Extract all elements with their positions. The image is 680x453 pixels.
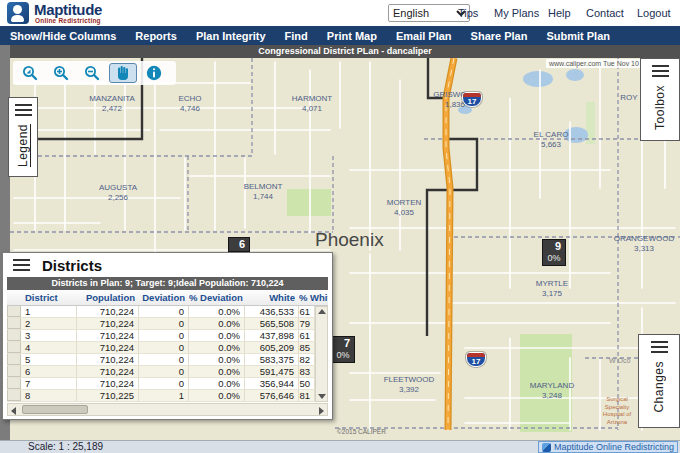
menu-submit-plan[interactable]: Submit Plan	[546, 30, 610, 42]
district-marker-6[interactable]: 6	[228, 237, 250, 252]
zoom-extent-icon	[21, 64, 39, 82]
district-marker-9[interactable]: 9 0%	[542, 239, 566, 266]
area-label-roy: ROY	[620, 93, 637, 103]
scroll-right-icon[interactable]	[319, 407, 324, 415]
toolbox-panel-label[interactable]: Toolbox	[653, 85, 667, 130]
table-row[interactable]: 4 710,224 0 0.0% 605,209 85	[7, 342, 315, 354]
changes-menu-icon[interactable]	[651, 341, 668, 353]
menu-print-map[interactable]: Print Map	[327, 30, 377, 42]
column-row-selector	[7, 290, 21, 305]
logo-person-body	[11, 15, 24, 22]
row-selector[interactable]	[7, 342, 21, 353]
area-label-morten: MORTEN4,035	[387, 198, 422, 217]
row-selector[interactable]	[7, 354, 21, 365]
map-scale: Scale: 1 : 25,189	[28, 441, 103, 453]
street-label: W Oco	[609, 357, 630, 364]
column-district[interactable]: District	[21, 290, 77, 305]
menu-email-plan[interactable]: Email Plan	[396, 30, 452, 42]
districts-panel-header: Districts	[3, 253, 332, 277]
menu-show-hide-columns[interactable]: Show/Hide Columns	[10, 30, 116, 42]
horizontal-scrollbar[interactable]	[7, 403, 328, 416]
menu-reports[interactable]: Reports	[135, 30, 177, 42]
area-label-myrtle: MYRTLE3,175	[536, 279, 568, 298]
info-button[interactable]	[140, 63, 168, 83]
area-label-augusta: AUGUSTA2,256	[99, 183, 137, 202]
toolbox-menu-icon[interactable]	[652, 65, 669, 77]
districts-summary-bar: Districts in Plan: 9; Target: 9;Ideal Po…	[7, 277, 328, 290]
brand-subtitle: Online Redistricting	[35, 17, 101, 24]
map-toolbar	[13, 61, 176, 85]
table-row[interactable]: 7 710,224 0 0.0% 356,944 50	[7, 378, 315, 390]
districts-panel: Districts Districts in Plan: 9; Target: …	[2, 252, 333, 420]
districts-menu-icon[interactable]	[13, 259, 30, 271]
table-row[interactable]: 5 710,224 0 0.0% 583,375 82	[7, 354, 315, 366]
zoom-out-button[interactable]	[78, 63, 106, 83]
brand-title: Maptitude	[34, 1, 102, 18]
table-row[interactable]: 6 710,224 0 0.0% 591,475 83	[7, 366, 315, 378]
area-label-el-caro: EL CARO5,663	[534, 130, 569, 149]
hospital-poi-label: Surgical Specialty Hospital of Arizona	[592, 396, 642, 426]
area-label-fleetwood: FLEETWOOD3,392	[384, 375, 435, 394]
districts-grid: 1 710,224 0 0.0% 436,533 61 2 710,224 0 …	[7, 306, 315, 402]
link-contact[interactable]: Contact	[586, 7, 624, 19]
link-my-plans[interactable]: My Plans	[494, 7, 539, 19]
menu-bar: Show/Hide Columns Reports Plan Integrity…	[0, 26, 680, 45]
pan-hand-icon	[115, 65, 131, 81]
pan-button[interactable]	[109, 63, 137, 83]
districts-column-header: District Population Deviation % Deviatio…	[7, 290, 328, 306]
area-label-harmont: HARMONT4,071	[292, 94, 332, 113]
area-label-manzanita: MANZANITA2,472	[89, 94, 135, 113]
zoom-in-button[interactable]	[47, 63, 75, 83]
menu-share-plan[interactable]: Share Plan	[471, 30, 528, 42]
changes-panel-label[interactable]: Changes	[652, 361, 666, 413]
column-deviation[interactable]: Deviation	[139, 290, 189, 305]
map-copyright: ©2015 CALIPER	[337, 428, 386, 435]
app-window: Maptitude Online Redistricting English T…	[0, 0, 680, 453]
scroll-down-icon[interactable]	[318, 394, 326, 399]
area-label-echo: ECHO4,746	[178, 94, 201, 113]
districts-panel-title: Districts	[42, 257, 102, 274]
link-tips[interactable]: Tips	[458, 7, 478, 19]
map-title: Congressional District PLan - dancaliper	[10, 45, 680, 58]
scroll-up-icon[interactable]	[318, 309, 326, 314]
info-icon	[145, 64, 163, 82]
zoom-extent-button[interactable]	[16, 63, 44, 83]
district-marker-7[interactable]: 7 0%	[331, 336, 355, 363]
maptitude-badge-label: Maptitude Online Redistricting	[554, 442, 674, 452]
maptitude-badge-icon	[542, 443, 551, 452]
table-row[interactable]: 8 710,225 1 0.0% 576,646 81	[7, 390, 315, 402]
row-selector[interactable]	[7, 318, 21, 329]
maptitude-logo-icon	[7, 2, 29, 24]
map-watermark: www.caliper.com Tue Nov 10 11	[546, 59, 651, 68]
legend-panel-label[interactable]: Legend	[16, 124, 30, 167]
row-selector[interactable]	[7, 366, 21, 377]
area-label-orangewood: ORANGEWOOD3,313	[614, 234, 674, 253]
column-pct-deviation[interactable]: % Deviation	[189, 290, 245, 305]
link-help[interactable]: Help	[548, 7, 571, 19]
column-population[interactable]: Population	[77, 290, 139, 305]
legend-panel[interactable]: Legend	[8, 97, 38, 177]
maptitude-brand-badge[interactable]: Maptitude Online Redistricting	[538, 441, 678, 453]
row-selector[interactable]	[7, 306, 21, 317]
vertical-scrollbar[interactable]	[315, 306, 328, 402]
row-selector[interactable]	[7, 330, 21, 341]
scrollbar-thumb[interactable]	[22, 405, 88, 414]
row-selector[interactable]	[7, 390, 21, 401]
area-label-maryland: MARYLAND3,248	[530, 381, 574, 400]
table-row[interactable]: 1 710,224 0 0.0% 436,533 61	[7, 306, 315, 318]
logo-person-head	[13, 5, 22, 14]
scroll-left-icon[interactable]	[11, 407, 16, 415]
changes-panel[interactable]: Changes	[638, 334, 680, 428]
legend-menu-icon[interactable]	[15, 104, 32, 116]
districts-table-body: 1 710,224 0 0.0% 436,533 61 2 710,224 0 …	[7, 306, 328, 402]
toolbox-panel[interactable]: Toolbox	[640, 58, 680, 141]
link-logout[interactable]: Logout	[637, 7, 671, 19]
menu-plan-integrity[interactable]: Plan Integrity	[196, 30, 266, 42]
top-header: Maptitude Online Redistricting English T…	[0, 0, 680, 26]
table-row[interactable]: 2 710,224 0 0.0% 565,508 79	[7, 318, 315, 330]
column-pct-white[interactable]: % White	[299, 290, 328, 305]
menu-find[interactable]: Find	[285, 30, 308, 42]
column-white[interactable]: White	[245, 290, 299, 305]
row-selector[interactable]	[7, 378, 21, 389]
table-row[interactable]: 3 710,224 0 0.0% 437,898 61	[7, 330, 315, 342]
